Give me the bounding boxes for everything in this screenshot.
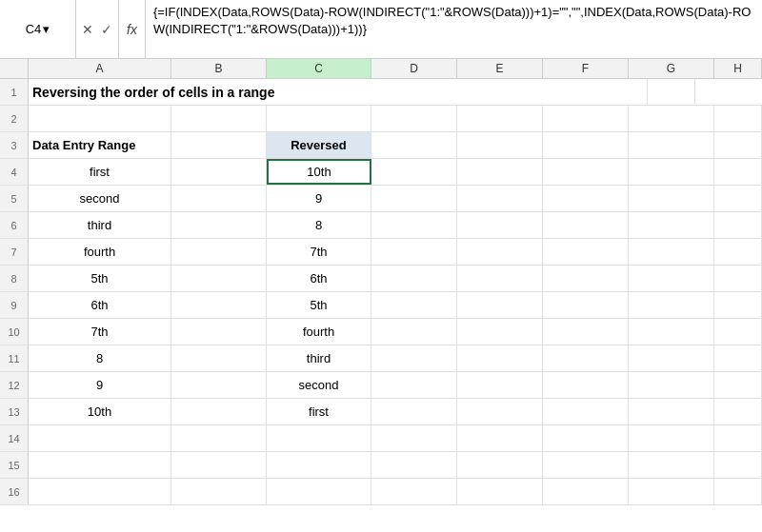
cell-g7[interactable] xyxy=(629,239,714,265)
col-header-h[interactable]: H xyxy=(714,59,762,78)
cell-c14[interactable] xyxy=(267,425,371,451)
cell-c11[interactable]: third xyxy=(267,345,371,371)
cell-d13[interactable] xyxy=(371,399,457,424)
cell-f9[interactable] xyxy=(543,292,629,318)
cell-b2[interactable] xyxy=(171,106,267,131)
cell-d12[interactable] xyxy=(371,372,457,398)
cell-a5[interactable]: second xyxy=(29,186,171,211)
cell-c6[interactable]: 8 xyxy=(267,212,371,238)
cell-e11[interactable] xyxy=(457,345,543,371)
cell-h12[interactable] xyxy=(714,372,762,398)
cell-b4[interactable] xyxy=(171,159,267,185)
cell-e6[interactable] xyxy=(457,212,543,238)
cell-a10[interactable]: 7th xyxy=(29,319,171,345)
cell-a7[interactable]: fourth xyxy=(29,239,171,265)
cell-c3[interactable]: Reversed xyxy=(267,132,371,158)
cell-a14[interactable] xyxy=(29,425,171,451)
cell-h7[interactable] xyxy=(714,239,762,265)
cell-e14[interactable] xyxy=(457,425,543,451)
cell-h14[interactable] xyxy=(714,425,762,451)
cell-e13[interactable] xyxy=(457,399,543,424)
cell-e16[interactable] xyxy=(457,479,543,504)
cell-g6[interactable] xyxy=(629,212,714,238)
cell-d5[interactable] xyxy=(371,186,457,211)
cell-b7[interactable] xyxy=(171,239,267,265)
cell-a11[interactable]: 8 xyxy=(29,345,171,371)
col-header-g[interactable]: G xyxy=(629,59,714,78)
cell-h3[interactable] xyxy=(714,132,762,158)
cell-h5[interactable] xyxy=(714,186,762,211)
cell-g10[interactable] xyxy=(629,319,714,345)
confirm-icon[interactable]: ✓ xyxy=(101,22,112,37)
col-header-a[interactable]: A xyxy=(29,59,171,78)
cell-g12[interactable] xyxy=(629,372,714,398)
cell-c10[interactable]: fourth xyxy=(267,319,371,345)
cell-b8[interactable] xyxy=(171,266,267,291)
cell-b6[interactable] xyxy=(171,212,267,238)
cell-e3[interactable] xyxy=(457,132,543,158)
cell-d16[interactable] xyxy=(371,479,457,504)
cell-f11[interactable] xyxy=(543,345,629,371)
cell-f15[interactable] xyxy=(543,452,629,478)
cell-f7[interactable] xyxy=(543,239,629,265)
cell-d11[interactable] xyxy=(371,345,457,371)
cell-h16[interactable] xyxy=(714,479,762,504)
cell-d7[interactable] xyxy=(371,239,457,265)
col-header-d[interactable]: D xyxy=(371,59,457,78)
cell-h15[interactable] xyxy=(714,452,762,478)
cell-g14[interactable] xyxy=(629,425,714,451)
cell-d15[interactable] xyxy=(371,452,457,478)
cell-c16[interactable] xyxy=(267,479,371,504)
cell-c7[interactable]: 7th xyxy=(267,239,371,265)
cell-f6[interactable] xyxy=(543,212,629,238)
cell-d4[interactable] xyxy=(371,159,457,185)
cell-b9[interactable] xyxy=(171,292,267,318)
cell-a2[interactable] xyxy=(29,106,171,131)
cell-c13[interactable]: first xyxy=(267,399,371,424)
cell-d3[interactable] xyxy=(371,132,457,158)
cell-f4[interactable] xyxy=(543,159,629,185)
col-header-b[interactable]: B xyxy=(171,59,267,78)
cell-e9[interactable] xyxy=(457,292,543,318)
cell-c12[interactable]: second xyxy=(267,372,371,398)
cell-b3[interactable] xyxy=(171,132,267,158)
cell-d8[interactable] xyxy=(371,266,457,291)
cell-b5[interactable] xyxy=(171,186,267,211)
cell-e5[interactable] xyxy=(457,186,543,211)
cell-reference-box[interactable]: C4 ▾ xyxy=(0,0,76,58)
cell-h6[interactable] xyxy=(714,212,762,238)
cell-h2[interactable] xyxy=(714,106,762,131)
cell-b16[interactable] xyxy=(171,479,267,504)
cell-h13[interactable] xyxy=(714,399,762,424)
cell-c8[interactable]: 6th xyxy=(267,266,371,291)
cell-a1[interactable]: Reversing the order of cells in a range xyxy=(29,79,648,105)
cancel-icon[interactable]: ✕ xyxy=(82,22,93,37)
cell-f10[interactable] xyxy=(543,319,629,345)
cell-h11[interactable] xyxy=(714,345,762,371)
cell-g2[interactable] xyxy=(629,106,714,131)
cell-g15[interactable] xyxy=(629,452,714,478)
cell-a12[interactable]: 9 xyxy=(29,372,171,398)
cell-b10[interactable] xyxy=(171,319,267,345)
cell-g3[interactable] xyxy=(629,132,714,158)
cell-c2[interactable] xyxy=(267,106,371,131)
cell-d14[interactable] xyxy=(371,425,457,451)
cell-ref-dropdown-arrow[interactable]: ▾ xyxy=(43,22,50,36)
cell-f5[interactable] xyxy=(543,186,629,211)
cell-g9[interactable] xyxy=(629,292,714,318)
cell-d2[interactable] xyxy=(371,106,457,131)
cell-f13[interactable] xyxy=(543,399,629,424)
cell-f3[interactable] xyxy=(543,132,629,158)
cell-e4[interactable] xyxy=(457,159,543,185)
cell-d6[interactable] xyxy=(371,212,457,238)
cell-g16[interactable] xyxy=(629,479,714,504)
cell-c15[interactable] xyxy=(267,452,371,478)
col-header-c[interactable]: C xyxy=(267,59,371,78)
cell-f12[interactable] xyxy=(543,372,629,398)
cell-e12[interactable] xyxy=(457,372,543,398)
cell-e15[interactable] xyxy=(457,452,543,478)
cell-c4[interactable]: 10th xyxy=(267,159,371,185)
cell-a13[interactable]: 10th xyxy=(29,399,171,424)
cell-b12[interactable] xyxy=(171,372,267,398)
cell-a3[interactable]: Data Entry Range xyxy=(29,132,171,158)
